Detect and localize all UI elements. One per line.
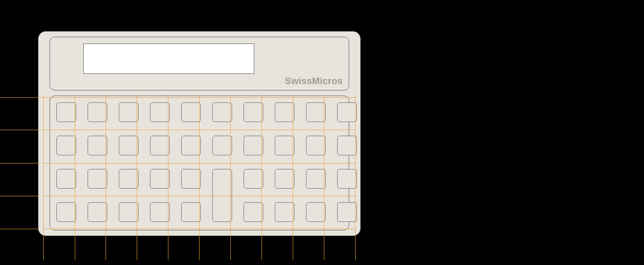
- grid-guide-horizontal: [0, 97, 42, 98]
- grid-guide-vertical: [262, 95, 262, 260]
- enter-key[interactable]: [212, 169, 232, 222]
- calc-key[interactable]: [244, 136, 263, 155]
- grid-guide-horizontal: [43, 130, 355, 130]
- calc-key[interactable]: [275, 102, 294, 122]
- brand-label: SwissMicros: [285, 76, 343, 87]
- grid-guide-horizontal: [0, 163, 41, 163]
- calc-key[interactable]: [212, 136, 232, 155]
- calc-key[interactable]: [150, 102, 170, 122]
- calc-key[interactable]: [244, 202, 263, 222]
- calc-key[interactable]: [306, 102, 326, 122]
- calc-key[interactable]: [337, 202, 357, 222]
- grid-guide-horizontal: [43, 196, 355, 196]
- calc-key[interactable]: [306, 169, 326, 189]
- calc-key[interactable]: [244, 102, 263, 122]
- grid-guide-vertical: [230, 95, 231, 260]
- grid-guide-vertical: [168, 95, 168, 260]
- calc-key[interactable]: [275, 169, 294, 189]
- grid-guide-vertical: [75, 95, 75, 260]
- calc-key[interactable]: [56, 202, 76, 222]
- grid-guide-vertical: [137, 95, 137, 260]
- calc-key[interactable]: [119, 136, 138, 155]
- calc-key[interactable]: [88, 136, 107, 155]
- lcd-screen: [83, 44, 254, 74]
- calc-key[interactable]: [88, 169, 107, 189]
- calc-key[interactable]: [181, 169, 201, 189]
- calc-key[interactable]: [244, 169, 263, 189]
- calc-key[interactable]: [306, 136, 326, 155]
- grid-guide-horizontal: [0, 229, 39, 229]
- calc-key[interactable]: [88, 102, 107, 122]
- grid-guide-vertical: [355, 95, 356, 260]
- calc-key[interactable]: [150, 136, 170, 155]
- calc-key[interactable]: [56, 136, 76, 155]
- calc-key[interactable]: [275, 202, 294, 222]
- calc-key[interactable]: [275, 136, 294, 155]
- display-area: SwissMicros: [50, 37, 349, 90]
- calc-key[interactable]: [212, 102, 232, 122]
- calc-key[interactable]: [337, 136, 357, 155]
- grid-guide-vertical: [199, 95, 200, 260]
- calc-key[interactable]: [119, 102, 138, 122]
- calc-key[interactable]: [56, 169, 76, 189]
- grid-guide-vertical: [43, 95, 44, 260]
- calc-key[interactable]: [181, 102, 201, 122]
- grid-guide-horizontal: [0, 130, 41, 130]
- calc-key[interactable]: [181, 136, 201, 155]
- calc-key[interactable]: [119, 202, 138, 222]
- calc-key[interactable]: [119, 169, 138, 189]
- calc-key[interactable]: [337, 102, 357, 122]
- calc-key[interactable]: [181, 202, 201, 222]
- calc-key[interactable]: [150, 202, 170, 222]
- calc-key[interactable]: [306, 202, 326, 222]
- grid-guide-horizontal: [43, 229, 355, 229]
- calc-key[interactable]: [88, 202, 107, 222]
- grid-guide-vertical: [106, 95, 106, 260]
- grid-guide-horizontal: [0, 196, 40, 196]
- grid-guide-vertical: [293, 95, 293, 260]
- calc-key[interactable]: [337, 169, 357, 189]
- grid-guide-horizontal: [43, 163, 355, 163]
- calc-key[interactable]: [56, 102, 76, 122]
- grid-guide-horizontal: [43, 97, 355, 98]
- calc-key[interactable]: [150, 169, 170, 189]
- grid-guide-vertical: [324, 95, 324, 260]
